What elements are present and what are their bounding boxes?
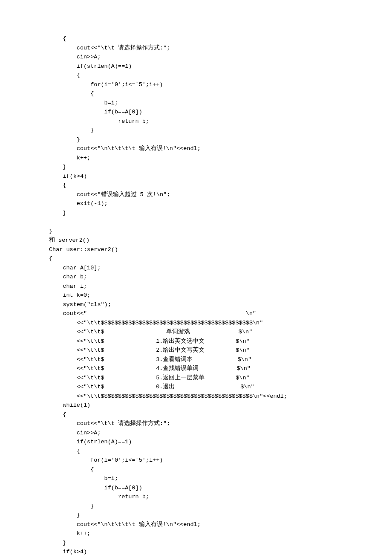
code-block: { cout<<"\t\t 请选择操作方式:"; cin>>A; if(strl… (49, 34, 392, 555)
